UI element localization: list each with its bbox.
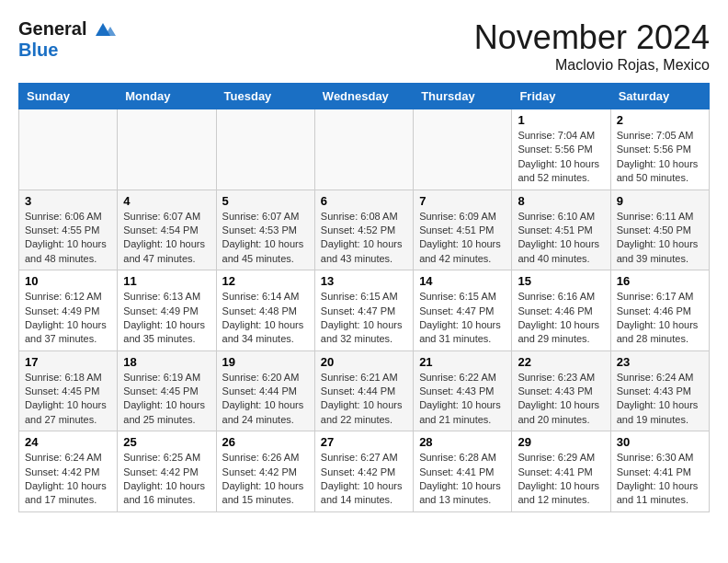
day-info: Sunrise: 6:06 AM Sunset: 4:55 PM Dayligh… — [25, 210, 111, 267]
day-info: Sunrise: 6:25 AM Sunset: 4:42 PM Dayligh… — [123, 451, 210, 508]
day-info: Sunrise: 6:07 AM Sunset: 4:54 PM Dayligh… — [123, 210, 210, 267]
calendar-cell: 21Sunrise: 6:22 AM Sunset: 4:43 PM Dayli… — [414, 350, 512, 431]
logo-icon — [88, 19, 118, 40]
day-info: Sunrise: 6:29 AM Sunset: 4:41 PM Dayligh… — [518, 451, 604, 508]
day-number: 14 — [419, 274, 506, 288]
day-number: 9 — [617, 194, 703, 208]
day-info: Sunrise: 7:04 AM Sunset: 5:56 PM Dayligh… — [518, 129, 604, 186]
day-info: Sunrise: 6:18 AM Sunset: 4:45 PM Dayligh… — [25, 371, 111, 428]
day-info: Sunrise: 6:08 AM Sunset: 4:52 PM Dayligh… — [321, 210, 407, 267]
day-number: 3 — [25, 194, 111, 208]
day-number: 19 — [222, 355, 309, 369]
calendar-cell: 27Sunrise: 6:27 AM Sunset: 4:42 PM Dayli… — [314, 431, 413, 512]
calendar-cell: 24Sunrise: 6:24 AM Sunset: 4:42 PM Dayli… — [19, 431, 118, 512]
day-info: Sunrise: 6:24 AM Sunset: 4:42 PM Dayligh… — [25, 451, 111, 508]
month-title: November 2024 — [474, 18, 710, 57]
page-header: General Blue November 2024 Maclovio Roja… — [18, 18, 710, 74]
calendar-cell: 14Sunrise: 6:15 AM Sunset: 4:47 PM Dayli… — [414, 270, 512, 351]
day-number: 25 — [123, 435, 210, 449]
calendar-week-3: 10Sunrise: 6:12 AM Sunset: 4:49 PM Dayli… — [19, 270, 710, 351]
day-info: Sunrise: 6:16 AM Sunset: 4:46 PM Dayligh… — [518, 290, 604, 347]
weekday-header-sunday: Sunday — [19, 84, 118, 109]
calendar-cell: 6Sunrise: 6:08 AM Sunset: 4:52 PM Daylig… — [314, 190, 413, 270]
day-info: Sunrise: 6:19 AM Sunset: 4:45 PM Dayligh… — [123, 371, 210, 428]
day-info: Sunrise: 6:14 AM Sunset: 4:48 PM Dayligh… — [222, 290, 309, 347]
day-number: 13 — [321, 274, 407, 288]
day-info: Sunrise: 6:15 AM Sunset: 4:47 PM Dayligh… — [419, 290, 506, 347]
day-number: 10 — [25, 274, 111, 288]
calendar-cell — [19, 109, 118, 190]
calendar-cell: 29Sunrise: 6:29 AM Sunset: 4:41 PM Dayli… — [512, 431, 610, 512]
calendar-week-1: 1Sunrise: 7:04 AM Sunset: 5:56 PM Daylig… — [19, 109, 710, 190]
day-number: 20 — [321, 355, 407, 369]
day-number: 17 — [25, 355, 111, 369]
day-number: 16 — [617, 274, 703, 288]
calendar-cell: 23Sunrise: 6:24 AM Sunset: 4:43 PM Dayli… — [610, 350, 709, 431]
calendar-cell: 26Sunrise: 6:26 AM Sunset: 4:42 PM Dayli… — [216, 431, 314, 512]
day-number: 23 — [617, 355, 703, 369]
day-number: 8 — [518, 194, 604, 208]
day-info: Sunrise: 6:22 AM Sunset: 4:43 PM Dayligh… — [419, 371, 506, 428]
day-number: 30 — [617, 435, 703, 449]
day-number: 21 — [419, 355, 506, 369]
calendar-cell: 16Sunrise: 6:17 AM Sunset: 4:46 PM Dayli… — [610, 270, 709, 351]
day-number: 18 — [123, 355, 210, 369]
day-info: Sunrise: 6:26 AM Sunset: 4:42 PM Dayligh… — [222, 451, 309, 508]
day-number: 22 — [518, 355, 604, 369]
calendar-cell: 10Sunrise: 6:12 AM Sunset: 4:49 PM Dayli… — [19, 270, 118, 351]
calendar-cell: 13Sunrise: 6:15 AM Sunset: 4:47 PM Dayli… — [314, 270, 413, 351]
day-info: Sunrise: 6:07 AM Sunset: 4:53 PM Dayligh… — [222, 210, 309, 267]
location-title: Maclovio Rojas, Mexico — [474, 57, 710, 74]
day-number: 29 — [518, 435, 604, 449]
calendar-cell: 5Sunrise: 6:07 AM Sunset: 4:53 PM Daylig… — [216, 190, 314, 270]
calendar-cell: 18Sunrise: 6:19 AM Sunset: 4:45 PM Dayli… — [118, 350, 216, 431]
day-info: Sunrise: 6:12 AM Sunset: 4:49 PM Dayligh… — [25, 290, 111, 347]
day-info: Sunrise: 6:13 AM Sunset: 4:49 PM Dayligh… — [123, 290, 210, 347]
day-info: Sunrise: 6:21 AM Sunset: 4:44 PM Dayligh… — [321, 371, 407, 428]
day-info: Sunrise: 6:11 AM Sunset: 4:50 PM Dayligh… — [617, 210, 703, 267]
day-number: 2 — [617, 113, 703, 127]
calendar-cell: 4Sunrise: 6:07 AM Sunset: 4:54 PM Daylig… — [118, 190, 216, 270]
title-area: November 2024 Maclovio Rojas, Mexico — [474, 18, 710, 74]
logo: General Blue — [18, 18, 118, 61]
day-number: 28 — [419, 435, 506, 449]
calendar-cell: 22Sunrise: 6:23 AM Sunset: 4:43 PM Dayli… — [512, 350, 610, 431]
calendar-cell — [118, 109, 216, 190]
weekday-header-row: SundayMondayTuesdayWednesdayThursdayFrid… — [19, 84, 710, 109]
calendar-cell — [216, 109, 314, 190]
weekday-header-friday: Friday — [512, 84, 610, 109]
day-info: Sunrise: 6:09 AM Sunset: 4:51 PM Dayligh… — [419, 210, 506, 267]
calendar-cell: 28Sunrise: 6:28 AM Sunset: 4:41 PM Dayli… — [414, 431, 512, 512]
calendar-week-5: 24Sunrise: 6:24 AM Sunset: 4:42 PM Dayli… — [19, 431, 710, 512]
logo-general-text: General — [18, 18, 86, 40]
day-number: 6 — [321, 194, 407, 208]
calendar-week-4: 17Sunrise: 6:18 AM Sunset: 4:45 PM Dayli… — [19, 350, 710, 431]
weekday-header-tuesday: Tuesday — [216, 84, 314, 109]
day-info: Sunrise: 7:05 AM Sunset: 5:56 PM Dayligh… — [617, 129, 703, 186]
calendar-cell: 11Sunrise: 6:13 AM Sunset: 4:49 PM Dayli… — [118, 270, 216, 351]
day-info: Sunrise: 6:10 AM Sunset: 4:51 PM Dayligh… — [518, 210, 604, 267]
day-info: Sunrise: 6:27 AM Sunset: 4:42 PM Dayligh… — [321, 451, 407, 508]
day-number: 27 — [321, 435, 407, 449]
calendar-cell: 9Sunrise: 6:11 AM Sunset: 4:50 PM Daylig… — [610, 190, 709, 270]
logo-blue-text: Blue — [18, 40, 118, 61]
day-info: Sunrise: 6:30 AM Sunset: 4:41 PM Dayligh… — [617, 451, 703, 508]
day-number: 5 — [222, 194, 309, 208]
calendar-cell: 3Sunrise: 6:06 AM Sunset: 4:55 PM Daylig… — [19, 190, 118, 270]
calendar-cell: 19Sunrise: 6:20 AM Sunset: 4:44 PM Dayli… — [216, 350, 314, 431]
calendar-cell: 15Sunrise: 6:16 AM Sunset: 4:46 PM Dayli… — [512, 270, 610, 351]
calendar-cell: 1Sunrise: 7:04 AM Sunset: 5:56 PM Daylig… — [512, 109, 610, 190]
calendar-cell — [314, 109, 413, 190]
weekday-header-thursday: Thursday — [414, 84, 512, 109]
calendar-week-2: 3Sunrise: 6:06 AM Sunset: 4:55 PM Daylig… — [19, 190, 710, 270]
day-info: Sunrise: 6:17 AM Sunset: 4:46 PM Dayligh… — [617, 290, 703, 347]
calendar-cell: 12Sunrise: 6:14 AM Sunset: 4:48 PM Dayli… — [216, 270, 314, 351]
day-number: 7 — [419, 194, 506, 208]
calendar-cell: 8Sunrise: 6:10 AM Sunset: 4:51 PM Daylig… — [512, 190, 610, 270]
day-number: 15 — [518, 274, 604, 288]
day-number: 12 — [222, 274, 309, 288]
weekday-header-wednesday: Wednesday — [314, 84, 413, 109]
day-info: Sunrise: 6:24 AM Sunset: 4:43 PM Dayligh… — [617, 371, 703, 428]
day-info: Sunrise: 6:20 AM Sunset: 4:44 PM Dayligh… — [222, 371, 309, 428]
day-info: Sunrise: 6:28 AM Sunset: 4:41 PM Dayligh… — [419, 451, 506, 508]
